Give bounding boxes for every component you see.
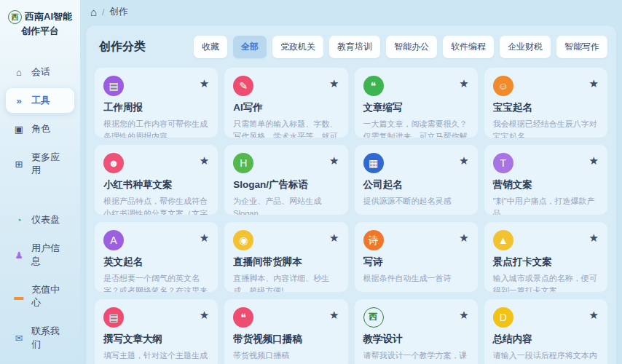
breadcrumb-current: 创作 [110, 6, 128, 18]
tool-card[interactable]: ☺ ★ 宝宝起名 我会根据已经结合生辰八字对宝宝起名。 [484, 68, 607, 138]
card-title: 教学设计 [363, 333, 469, 346]
favorite-star-icon[interactable]: ★ [459, 232, 468, 245]
card-description: 提供源源不断的起名灵感 [363, 195, 469, 207]
dashboard-icon: ◔ [13, 215, 25, 226]
card-description: 输入城市或景点的名称，便可得到一篇打卡文案 [493, 272, 599, 292]
favorite-star-icon[interactable]: ★ [329, 154, 339, 167]
tool-card[interactable]: 西 ★ 教学设计 请帮我设计一个教学方案，课程名称是xx，要求有学生互动环节 [355, 299, 478, 364]
sidebar-item-label: 用户信息 [31, 242, 67, 268]
livestream-script-icon: ◉ [233, 230, 253, 250]
card-description: 是否想要一个阔气的英文名字？或者网络笔名？在这里来试一试吧 [103, 272, 209, 292]
article-summary-icon: ❝ [363, 76, 384, 96]
card-description: 根据您的工作内容可帮你生成条理性的周报内容 [103, 118, 209, 138]
teaching-design-icon: 西 [363, 307, 384, 328]
favorite-star-icon[interactable]: ★ [329, 232, 339, 245]
tool-card[interactable]: ✎ ★ AI写作 只需简单的输入标题、字数、写作风格、学术水平等，就可以生成一篇… [224, 68, 347, 138]
card-title: 带货视频口播稿 [233, 333, 339, 346]
content-panel: 创作分类 收藏 全部 党政机关 教育培训 智能办公 软件编程 [86, 25, 616, 364]
tool-card[interactable]: ▤ ★ 撰写文章大纲 填写主题，针对这个主题生成大纲 [95, 299, 218, 364]
card-title: 小红书种草文案 [103, 178, 209, 191]
tool-card[interactable]: T ★ 营销文案 "刺"中用户痛点，打造爆款产品。 [484, 145, 607, 215]
page-title: 创作分类 [95, 39, 146, 55]
tool-card[interactable]: ▦ ★ 公司起名 提供源源不断的起名灵感 [355, 145, 478, 215]
poetry-icon: 诗 [363, 230, 384, 250]
sidebar-item-label: 仪表盘 [31, 213, 60, 226]
logo-title-line2: 创作平台 [4, 24, 76, 39]
logo-seal-icon: 西 [8, 10, 22, 24]
favorite-star-icon[interactable]: ★ [589, 232, 599, 245]
favorite-star-icon[interactable]: ★ [200, 77, 209, 90]
filter-finance[interactable]: 企业财税 [500, 36, 551, 58]
tool-card[interactable]: ❝ ★ 带货视频口播稿 带货视频口播稿 [224, 299, 347, 364]
tools-icon: » [13, 95, 25, 106]
favorite-star-icon[interactable]: ★ [459, 309, 468, 322]
card-description: 只需简单的输入标题、字数、写作风格、学术水平等，就可以生成一篇高... [233, 118, 339, 138]
role-badge-icon: ▣ [13, 124, 25, 135]
favorite-star-icon[interactable]: ★ [459, 77, 468, 90]
sidebar-item-label: 角色 [31, 122, 50, 135]
filter-government[interactable]: 党政机关 [272, 36, 323, 58]
sidebar-item-contact[interactable]: ✉ 联系我们 [6, 319, 74, 357]
marketing-copy-icon: T [493, 153, 513, 173]
slogan-icon: H [233, 153, 253, 173]
tool-card[interactable]: 诗 ★ 写诗 根据条件自动生成一首诗 [355, 222, 478, 292]
card-description: 我会根据已经结合生辰八字对宝宝起名。 [493, 118, 599, 138]
ai-writing-icon: ✎ [233, 76, 253, 96]
summary-icon: D [493, 307, 513, 328]
sidebar-item-label: 充值中心 [31, 283, 67, 309]
card-description: 为企业、产品、网站生成Slogan [233, 195, 339, 215]
card-title: 文章缩写 [363, 101, 469, 114]
sidebar-nav-main: ⌂ 会话 » 工具 ▣ 角色 ⊞ 更多应用 [0, 56, 80, 186]
filter-favorites[interactable]: 收藏 [194, 36, 227, 58]
card-description: "刺"中用户痛点，打造爆款产品。 [493, 195, 599, 215]
favorite-star-icon[interactable]: ★ [589, 77, 599, 90]
sidebar-item-label: 工具 [31, 94, 50, 107]
mail-icon: ✉ [13, 333, 25, 344]
tool-card[interactable]: D ★ 总结内容 请输入一段话后程序将文本内容做一个总结 [484, 299, 607, 364]
filter-office[interactable]: 智能办公 [386, 36, 437, 58]
wallet-icon: ▬ [13, 291, 25, 302]
category-filter-bar: 收藏 全部 党政机关 教育培训 智能办公 软件编程 企业财税 智能写作 [194, 36, 607, 58]
card-description: 根据条件自动生成一首诗 [363, 272, 469, 285]
favorite-star-icon[interactable]: ★ [589, 154, 599, 167]
favorite-star-icon[interactable]: ★ [200, 309, 209, 322]
video-script-icon: ❝ [233, 307, 253, 328]
favorite-star-icon[interactable]: ★ [329, 77, 339, 90]
filter-programming[interactable]: 软件编程 [443, 36, 494, 58]
sidebar-item-sessions[interactable]: ⌂ 会话 [6, 60, 74, 84]
filter-all[interactable]: 全部 [233, 36, 267, 58]
sidebar-item-tools[interactable]: » 工具 [6, 88, 74, 113]
breadcrumb: ⌂ / 创作 [80, 0, 622, 24]
article-outline-icon: ▤ [103, 307, 124, 328]
favorite-star-icon[interactable]: ★ [329, 309, 339, 322]
tool-card[interactable]: ▲ ★ 景点打卡文案 输入城市或景点的名称，便可得到一篇打卡文案 [484, 222, 607, 292]
filter-writing[interactable]: 智能写作 [556, 36, 607, 58]
sidebar-item-dashboard[interactable]: ◔ 仪表盘 [6, 207, 74, 232]
sidebar-item-user-info[interactable]: ♟ 用户信息 [6, 236, 74, 274]
tool-card[interactable]: ❝ ★ 文章缩写 一大篇文章，阅读需要很久？仅需复制进来，可立马帮你解读出来。 [355, 68, 478, 138]
favorite-star-icon[interactable]: ★ [459, 154, 468, 167]
sidebar: 西 西南AI智能 创作平台 ⌂ 会话 » 工具 ▣ 角色 [0, 0, 80, 364]
tool-card[interactable]: ▤ ★ 工作周报 根据您的工作内容可帮你生成条理性的周报内容 [95, 68, 218, 138]
tool-card[interactable]: H ★ Slogan/广告标语 为企业、产品、网站生成Slogan [224, 145, 347, 215]
favorite-star-icon[interactable]: ★ [589, 309, 599, 322]
sidebar-item-recharge[interactable]: ▬ 充值中心 [6, 277, 74, 315]
sidebar-item-more-apps[interactable]: ⊞ 更多应用 [6, 145, 74, 183]
breadcrumb-separator: / [102, 7, 104, 17]
card-description: 直播脚本、内容详细、秒生成、超级方便! [233, 272, 339, 292]
tool-card[interactable]: ◉ ★ 直播间带货脚本 直播脚本、内容详细、秒生成、超级方便! [224, 222, 347, 292]
sidebar-item-logout[interactable]: ➔ 退出 [6, 360, 74, 364]
tool-card[interactable]: ☻ ★ 小红书种草文案 根据产品特点，帮你生成符合小红书调性的分享文案（文字更简… [95, 145, 218, 215]
card-title: 景点打卡文案 [493, 256, 599, 269]
card-title: 撰写文章大纲 [103, 333, 209, 346]
filter-education[interactable]: 教育培训 [329, 36, 380, 58]
tool-card[interactable]: A ★ 英文起名 是否想要一个阔气的英文名字？或者网络笔名？在这里来试一试吧 [95, 222, 218, 292]
sidebar-item-label: 联系我们 [31, 325, 67, 351]
favorite-star-icon[interactable]: ★ [200, 232, 209, 245]
sidebar-item-roles[interactable]: ▣ 角色 [6, 116, 74, 141]
card-description: 填写主题，针对这个主题生成大纲 [103, 349, 209, 364]
card-description: 根据产品特点，帮你生成符合小红书调性的分享文案（文字更简洁） [103, 195, 209, 215]
card-title: 总结内容 [493, 333, 599, 346]
favorite-star-icon[interactable]: ★ [200, 154, 209, 167]
home-icon[interactable]: ⌂ [90, 6, 97, 18]
